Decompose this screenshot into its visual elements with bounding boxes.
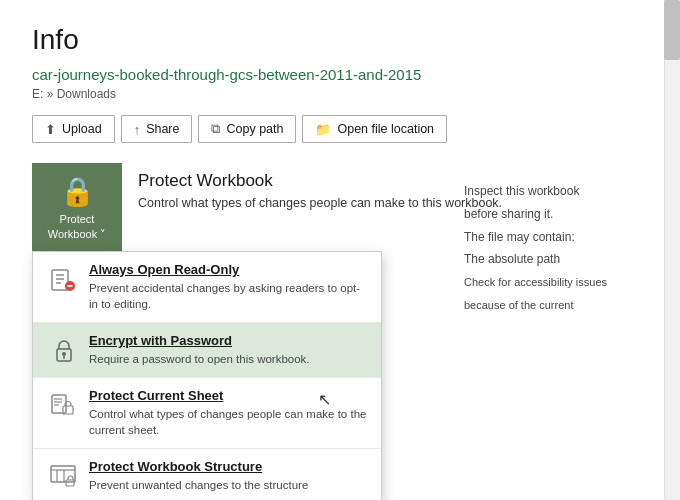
copy-path-button[interactable]: ⧉ Copy path xyxy=(198,115,296,143)
copy-path-icon: ⧉ xyxy=(211,121,220,137)
dropdown-item-always-open-readonly[interactable]: Always Open Read-Only Prevent accidental… xyxy=(33,252,381,323)
svg-rect-9 xyxy=(52,395,66,413)
svg-rect-18 xyxy=(66,480,74,486)
protect-sheet-title: Protect Current Sheet xyxy=(89,388,367,403)
protect-structure-icon xyxy=(47,461,79,493)
upload-button[interactable]: ⬆ Upload xyxy=(32,115,115,143)
always-open-readonly-title: Always Open Read-Only xyxy=(89,262,367,277)
protect-title: Protect Workbook xyxy=(138,171,502,191)
protect-sheet-icon xyxy=(47,390,79,422)
protect-dropdown: Always Open Read-Only Prevent accidental… xyxy=(32,251,382,500)
open-file-location-label: Open file location xyxy=(337,122,434,136)
toolbar: ⬆ Upload ↑ Share ⧉ Copy path 📁 Open file… xyxy=(32,115,648,143)
share-button[interactable]: ↑ Share xyxy=(121,115,193,143)
scrollbar[interactable] xyxy=(664,0,680,500)
protect-sheet-text: Protect Current Sheet Control what types… xyxy=(89,388,367,438)
dropdown-item-protect-structure[interactable]: Protect Workbook Structure Prevent unwan… xyxy=(33,449,381,500)
file-name: car-journeys-booked-through-gcs-between-… xyxy=(32,66,648,83)
encrypt-password-icon xyxy=(47,335,79,367)
dropdown-item-protect-sheet[interactable]: Protect Current Sheet Control what types… xyxy=(33,378,381,449)
lock-icon: 🔒 xyxy=(60,175,95,208)
protect-description: Control what types of changes people can… xyxy=(138,196,502,210)
upload-label: Upload xyxy=(62,122,102,136)
file-path: E: » Downloads xyxy=(32,87,648,101)
encrypt-password-text: Encrypt with Password Require a password… xyxy=(89,333,310,367)
protect-structure-title: Protect Workbook Structure xyxy=(89,459,308,474)
svg-point-7 xyxy=(62,352,66,356)
right-panel-info: Inspect this workbook before sharing it.… xyxy=(464,180,644,317)
encrypt-password-title: Encrypt with Password xyxy=(89,333,310,348)
encrypt-password-desc: Require a password to open this workbook… xyxy=(89,351,310,367)
dropdown-item-encrypt-password[interactable]: Encrypt with Password Require a password… xyxy=(33,323,381,378)
share-label: Share xyxy=(146,122,179,136)
copy-path-label: Copy path xyxy=(226,122,283,136)
always-open-readonly-desc: Prevent accidental changes by asking rea… xyxy=(89,280,367,312)
open-file-location-button[interactable]: 📁 Open file location xyxy=(302,115,447,143)
open-file-icon: 📁 xyxy=(315,122,331,137)
upload-icon: ⬆ xyxy=(45,122,56,137)
protect-button-label: ProtectWorkbook ˅ xyxy=(48,212,106,241)
scrollbar-thumb[interactable] xyxy=(664,0,680,60)
page-title: Info xyxy=(32,24,648,56)
protect-info: Protect Workbook Control what types of c… xyxy=(122,163,518,218)
always-open-readonly-text: Always Open Read-Only Prevent accidental… xyxy=(89,262,367,312)
protect-sheet-desc: Control what types of changes people can… xyxy=(89,406,367,438)
protect-workbook-button[interactable]: 🔒 ProtectWorkbook ˅ xyxy=(32,163,122,251)
always-open-readonly-icon xyxy=(47,264,79,296)
share-icon: ↑ xyxy=(134,122,141,137)
protect-structure-desc: Prevent unwanted changes to the structur… xyxy=(89,477,308,493)
protect-structure-text: Protect Workbook Structure Prevent unwan… xyxy=(89,459,308,493)
